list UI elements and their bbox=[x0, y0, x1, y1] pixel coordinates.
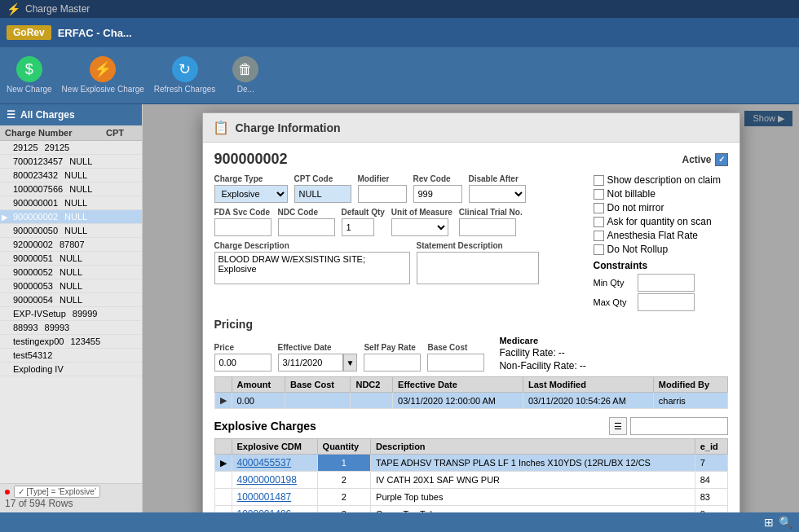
table-row[interactable]: 9200000287807 bbox=[0, 238, 142, 252]
new-charge-button[interactable]: $ New Charge bbox=[7, 56, 52, 95]
refresh-charges-button[interactable]: ↻ Refresh Charges bbox=[154, 56, 216, 95]
bottom-bar: ⊞ 🔍 bbox=[0, 512, 799, 532]
table-row[interactable]: Exploding IV bbox=[0, 363, 142, 376]
table-row[interactable]: 90000054NULL bbox=[0, 293, 142, 307]
table-row[interactable]: 8899389993 bbox=[0, 321, 142, 335]
pricing-table-row[interactable]: ▶ 0.00 03/11/2020 12:00:00 AM 03/11/2020… bbox=[214, 393, 727, 409]
ndc-code-input[interactable] bbox=[278, 218, 335, 236]
modal: 📋 Charge Information 900000002 Active ✓ bbox=[202, 112, 740, 512]
table-row[interactable]: 1000007566NULL bbox=[0, 182, 142, 196]
table-row[interactable]: test54312 bbox=[0, 349, 142, 363]
unit-measure-group: Unit of Measure bbox=[391, 208, 452, 236]
exp-row-arrow bbox=[214, 472, 232, 489]
default-qty-label: Default Qty bbox=[342, 208, 385, 217]
medicare-label: Medicare bbox=[499, 336, 585, 345]
anesthesia-flat-checkbox[interactable] bbox=[594, 231, 604, 241]
clinical-trial-input[interactable] bbox=[459, 218, 516, 236]
desc-row: Charge Description BLOOD DRAW W/EXSISTIN… bbox=[214, 241, 585, 284]
fda-svc-input[interactable] bbox=[214, 218, 271, 236]
cpt-code-input[interactable] bbox=[294, 185, 351, 203]
base-cost-input[interactable] bbox=[427, 354, 484, 372]
disable-after-select[interactable] bbox=[469, 185, 526, 203]
statement-desc-label: Statement Description bbox=[417, 241, 539, 250]
modal-overlay: 📋 Charge Information 900000002 Active ✓ bbox=[143, 104, 799, 512]
table-row[interactable]: 7000123457NULL bbox=[0, 155, 142, 169]
amount-header: Amount bbox=[232, 377, 285, 393]
charge-desc-input[interactable]: BLOOD DRAW W/EXSISTING SITE; Explosive bbox=[214, 252, 410, 284]
row-arrow bbox=[0, 224, 10, 237]
row-arrow bbox=[0, 252, 10, 265]
explosive-table-row[interactable]: 49000000198 2 IV CATH 20X1 SAF WNG PUR 8… bbox=[214, 472, 727, 489]
row-arrow bbox=[0, 196, 10, 209]
active-checkbox[interactable]: ✓ bbox=[715, 153, 728, 166]
clinical-trial-label: Clinical Trial No. bbox=[459, 208, 523, 217]
table-row[interactable]: 2912529125 bbox=[0, 141, 142, 155]
last-modified-cell: 03/11/2020 10:54:26 AM bbox=[523, 393, 653, 409]
do-not-rollup-checkbox[interactable] bbox=[594, 244, 604, 255]
menu-tool-button[interactable]: ☰ bbox=[609, 417, 627, 435]
table-row[interactable]: 90000053NULL bbox=[0, 279, 142, 293]
table-row[interactable]: 900000050NULL bbox=[0, 224, 142, 238]
search-bottom-icon[interactable]: 🔍 bbox=[779, 516, 792, 529]
max-qty-input[interactable] bbox=[638, 293, 695, 311]
do-not-mirror-checkbox[interactable] bbox=[594, 203, 604, 213]
row-arrow bbox=[0, 155, 10, 168]
quantity-header: Quantity bbox=[317, 439, 370, 455]
not-billable-checkbox[interactable] bbox=[594, 189, 604, 200]
rev-code-input[interactable] bbox=[413, 185, 462, 203]
default-qty-group: Default Qty bbox=[342, 208, 385, 236]
max-qty-label: Max Qty bbox=[594, 297, 634, 307]
self-pay-rate-input[interactable] bbox=[364, 354, 421, 372]
statement-desc-input[interactable] bbox=[417, 252, 539, 284]
description-header: Description bbox=[371, 439, 695, 455]
explosive-header: Explosive Charges ☰ bbox=[214, 417, 728, 435]
delete-button[interactable]: 🗑 De... bbox=[225, 56, 266, 95]
charge-type-select[interactable]: Explosive bbox=[214, 185, 288, 203]
grid-icon[interactable]: ⊞ bbox=[764, 516, 774, 529]
table-row[interactable]: testingexp00123455 bbox=[0, 335, 142, 349]
title-bar: ⚡ Charge Master bbox=[0, 0, 799, 18]
sidebar: ☰ All Charges Charge Number CPT 29125291… bbox=[0, 104, 143, 512]
pricing-row: Price Effective Date ▼ bbox=[214, 336, 728, 372]
table-row-selected[interactable]: ▶900000002NULL bbox=[0, 210, 142, 224]
disable-after-group: Disable After bbox=[469, 174, 526, 203]
min-qty-label: Min Qty bbox=[594, 278, 634, 288]
unit-measure-select[interactable] bbox=[391, 218, 448, 236]
date-picker-button[interactable]: ▼ bbox=[343, 354, 358, 372]
table-row[interactable]: 90000051NULL bbox=[0, 252, 142, 266]
table-header: Charge Number CPT bbox=[0, 125, 142, 141]
list-icon: ☰ bbox=[7, 109, 15, 121]
max-qty-row: Max Qty bbox=[594, 293, 728, 311]
table-row[interactable]: EXP-IVSetup89999 bbox=[0, 307, 142, 321]
explosive-search-input[interactable] bbox=[630, 417, 728, 435]
pricing-arrow-header bbox=[214, 377, 232, 393]
new-explosive-charge-button[interactable]: ⚡ New Explosive Charge bbox=[62, 56, 144, 95]
anesthesia-flat-checkbox-row: Anesthesia Flat Rate bbox=[594, 230, 728, 241]
show-description-checkbox-row: Show description on claim bbox=[594, 174, 728, 186]
explosive-table-row[interactable]: ▶ 4000455537 1 TAPE ADHSV TRANSP PLAS LF… bbox=[214, 455, 727, 472]
explosive-table-row[interactable]: 1000001486 3 Green Top Tubes 8 bbox=[214, 506, 727, 513]
explosive-icon: ⚡ bbox=[90, 56, 116, 82]
modifier-label: Modifier bbox=[358, 174, 407, 183]
ndc2-header: NDC2 bbox=[351, 377, 393, 393]
table-row[interactable]: 800023432NULL bbox=[0, 169, 142, 182]
ndc-code-group: NDC Code bbox=[278, 208, 335, 236]
price-input[interactable] bbox=[214, 354, 271, 372]
show-description-checkbox[interactable] bbox=[594, 175, 604, 186]
exp-arrow-header bbox=[214, 439, 232, 455]
pricing-table: Amount Base Cost NDC2 Effective Date Las… bbox=[214, 376, 728, 409]
ask-qty-scan-checkbox[interactable] bbox=[594, 217, 604, 227]
modifier-input[interactable] bbox=[358, 185, 407, 203]
modal-header: 📋 Charge Information bbox=[203, 113, 739, 143]
table-row[interactable]: 900000001NULL bbox=[0, 196, 142, 210]
disable-after-label: Disable After bbox=[469, 174, 526, 183]
table-row[interactable]: 90000052NULL bbox=[0, 266, 142, 279]
effective-date-input[interactable] bbox=[278, 354, 343, 372]
explosive-table-row[interactable]: 1000001487 2 Purple Top tubes 83 bbox=[214, 489, 727, 506]
active-label-text: Active bbox=[682, 154, 711, 165]
min-qty-input[interactable] bbox=[638, 274, 695, 292]
qty-cell: 1 bbox=[317, 455, 370, 472]
exp-row-arrow: ▶ bbox=[214, 455, 232, 472]
default-qty-input[interactable] bbox=[342, 218, 374, 236]
row-arrow bbox=[0, 307, 10, 320]
